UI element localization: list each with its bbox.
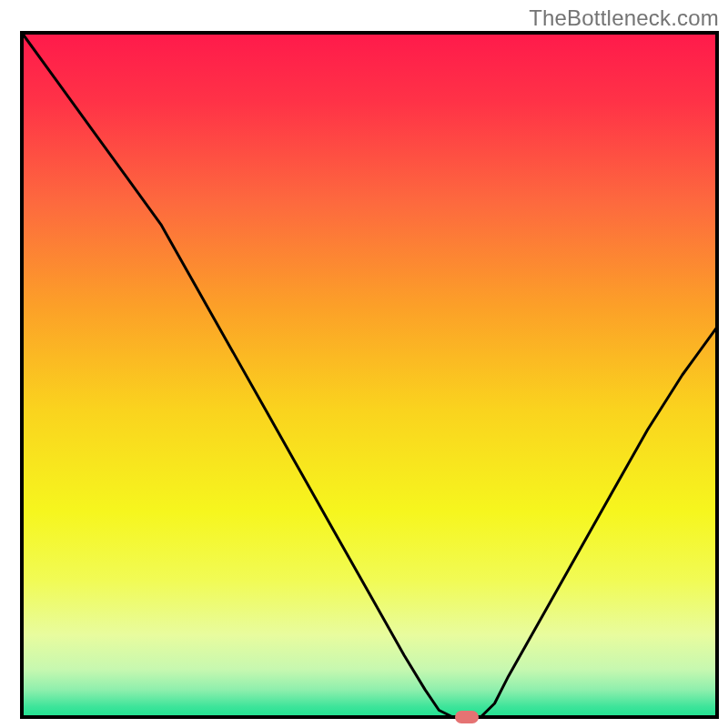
- plot-gradient-background: [22, 33, 717, 717]
- chart-container: { "attribution": "TheBottleneck.com", "c…: [0, 0, 728, 728]
- bottleneck-chart: [0, 0, 728, 728]
- minimum-marker: [455, 711, 479, 723]
- attribution-text: TheBottleneck.com: [529, 5, 719, 31]
